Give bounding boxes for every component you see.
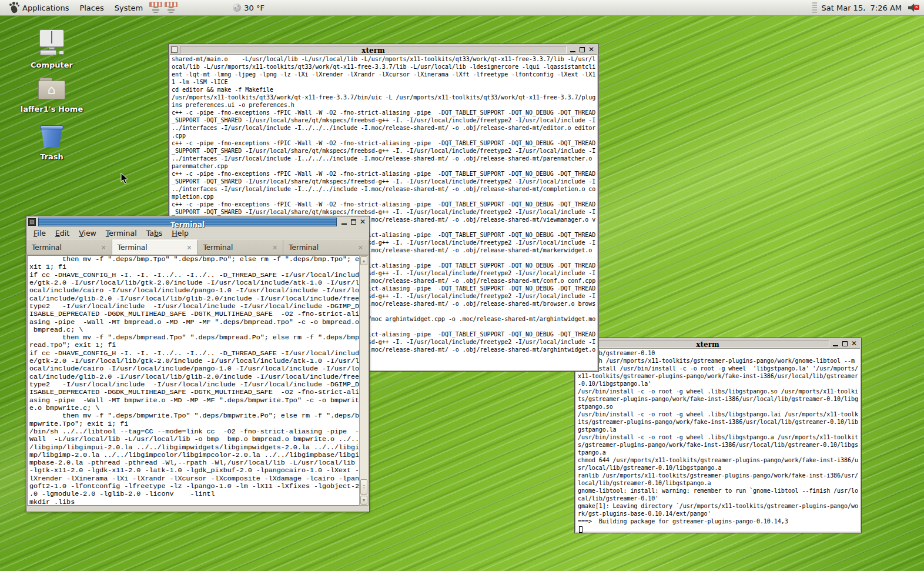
menu-places-label: Places	[79, 4, 103, 12]
minimize-button[interactable]	[832, 340, 840, 348]
gnome-terminal-window: Terminal FileEditViewTerminalTabsHelp Te…	[26, 216, 370, 512]
trash-icon	[40, 125, 63, 147]
scrollbar[interactable]	[359, 255, 369, 506]
tab-close-icon[interactable]	[358, 243, 363, 252]
tab-label: Terminal	[289, 243, 319, 252]
minimize-button[interactable]	[340, 218, 349, 226]
maximize-button[interactable]	[578, 46, 587, 54]
window-menu-icon[interactable]	[171, 46, 178, 53]
weather-applet[interactable]: 30 °F	[229, 0, 268, 15]
close-button[interactable]	[851, 340, 859, 348]
volume-muted-icon[interactable]	[908, 3, 919, 12]
minimize-button[interactable]	[569, 46, 577, 54]
mouse-cursor	[120, 172, 129, 185]
maximize-button[interactable]	[350, 218, 358, 226]
menu-system-label: System	[115, 4, 143, 12]
menu-item[interactable]: Terminal	[101, 228, 142, 239]
terminal-tab[interactable]: Terminal	[26, 239, 112, 255]
xterm-titlebar[interactable]: xterm	[170, 45, 597, 55]
tab-close-icon[interactable]	[272, 243, 277, 252]
menu-item[interactable]: Edit	[51, 228, 74, 239]
computer-icon	[38, 29, 66, 55]
scroll-up-icon[interactable]	[360, 256, 367, 265]
menu-applications[interactable]: Applications	[0, 0, 74, 15]
spring-launcher-icon[interactable]	[149, 1, 162, 14]
menu-item[interactable]: File	[29, 228, 51, 239]
clock-applet[interactable]: Sat Mar 15, 7:26 AM	[822, 4, 902, 12]
terminal-output[interactable]: then mv -f ".deps/bmp.Tpo" ".deps/bmp.Po…	[27, 255, 359, 506]
tab-label: Terminal	[118, 243, 148, 252]
window-bottom-frame	[26, 506, 369, 510]
scroll-down-icon[interactable]	[360, 496, 367, 505]
close-button[interactable]	[588, 46, 596, 54]
tab-label: Terminal	[203, 243, 233, 252]
terminal-tab[interactable]: Terminal	[283, 239, 369, 255]
text-cursor	[579, 526, 582, 533]
menu-item[interactable]: Tabs	[142, 228, 168, 239]
menu-applications-label: Applications	[22, 4, 69, 12]
scrollbar-thumb[interactable]	[360, 479, 367, 495]
desktop-icon-label: Trash	[16, 152, 87, 161]
moon-icon	[233, 4, 241, 12]
spring-launcher-icon[interactable]	[165, 1, 178, 14]
desktop-icon-home[interactable]: ⌂ laffer1's Home	[16, 78, 87, 113]
home-folder-icon: ⌂	[38, 78, 65, 99]
menu-item[interactable]: Help	[167, 228, 193, 239]
gnome-foot-icon	[9, 2, 19, 14]
terminal-menubar: FileEditViewTerminalTabsHelp	[26, 227, 369, 239]
desktop-icon-label: Computer	[16, 61, 87, 69]
xterm-titlebar[interactable]: xterm	[576, 339, 860, 349]
terminal-titlebar[interactable]: Terminal	[26, 216, 369, 227]
terminal-tab[interactable]: Terminal	[198, 239, 284, 255]
terminal-tabbar: Terminal Terminal Terminal Terminal	[26, 239, 369, 255]
tab-close-icon[interactable]	[101, 243, 106, 252]
tab-label: Terminal	[32, 243, 62, 252]
desktop-icon-computer[interactable]: Computer	[16, 29, 87, 69]
xterm-output[interactable]: cal/lib/gstreamer-0.10 /bin/sh /usr/mpor…	[576, 349, 860, 526]
menu-system[interactable]: System	[109, 0, 148, 15]
tab-close-icon[interactable]	[186, 243, 192, 252]
window-title: xterm	[586, 340, 829, 348]
xterm-window-gstreamer: xterm cal/lib/gstreamer-0.10 /bin/sh /us…	[575, 338, 861, 533]
window-title: xterm	[180, 46, 567, 54]
scrollbar-trough[interactable]	[360, 266, 368, 495]
top-panel: Applications Places System 30 °F Sat Mar…	[0, 0, 924, 16]
maximize-button[interactable]	[841, 340, 849, 348]
terminal-tab[interactable]: Terminal	[112, 239, 198, 255]
titlebar-stripe[interactable]: Terminal	[38, 218, 337, 226]
desktop-icon-trash[interactable]: Trash	[16, 125, 87, 161]
temperature-label: 30 °F	[244, 4, 265, 12]
menu-places[interactable]: Places	[74, 0, 109, 15]
menu-item[interactable]: View	[74, 228, 101, 239]
close-button[interactable]	[359, 218, 367, 226]
window-menu-icon[interactable]	[28, 218, 36, 226]
window-title: Terminal	[170, 221, 205, 229]
desktop-icon-label: laffer1's Home	[16, 105, 87, 113]
panel-drag-handle[interactable]	[812, 2, 817, 13]
